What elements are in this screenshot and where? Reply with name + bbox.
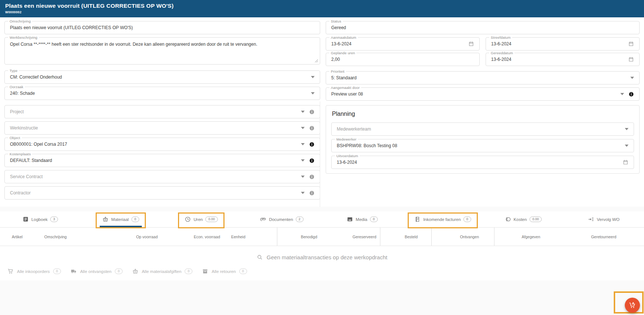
- object-field[interactable]: Object OB000001: Opel Corsa 2017: [4, 138, 320, 151]
- button-label: Alle materiaalafgiften: [142, 269, 181, 274]
- werkinstructie-field[interactable]: Werkinstructie: [4, 121, 320, 135]
- button-label: Alle inkooporders: [17, 269, 50, 274]
- tab-badge: 3: [50, 217, 58, 222]
- tab-logboek[interactable]: Logboek 3: [0, 211, 80, 227]
- medewerkerteam-field[interactable]: Medewerkerteam: [331, 122, 634, 136]
- info-icon[interactable]: [309, 142, 315, 147]
- tab-uren[interactable]: Uren 0.00: [161, 211, 242, 227]
- project-field[interactable]: Project: [4, 105, 320, 118]
- work-order-number: W0000002: [5, 10, 638, 14]
- field-label: Gereeddatum: [489, 51, 514, 55]
- geplande-uren-field[interactable]: Geplande uren 2,00: [326, 53, 480, 66]
- tab-badge: 0: [131, 217, 139, 222]
- app-header: Plaats een nieuwe voorruit (UITLEG CORRE…: [0, 0, 644, 17]
- calendar-icon[interactable]: [628, 41, 634, 47]
- chevron-down-icon: [301, 111, 305, 113]
- follow-up-icon: [588, 216, 594, 222]
- clock-icon: [185, 216, 191, 222]
- info-icon[interactable]: [309, 190, 315, 196]
- chevron-down-icon: [620, 93, 624, 95]
- date-row-1: Aanmaakdatum 13-6-2024 Streefdatum 13-6-…: [326, 37, 640, 51]
- omschrijving-field[interactable]: Omschrijving Plaats een nieuwe voorruit …: [4, 21, 320, 34]
- invoice-icon: [414, 216, 421, 222]
- resize-handle-icon[interactable]: [315, 59, 318, 63]
- column-header: Besteld: [380, 228, 431, 246]
- column-header: Geretourneerd: [547, 228, 644, 246]
- tab-materiaal[interactable]: Materiaal 0: [80, 211, 161, 227]
- calendar-icon[interactable]: [628, 56, 634, 62]
- field-value: CM: Correctief Onderhoud: [10, 75, 308, 80]
- field-placeholder: Medewerkerteam: [337, 127, 622, 132]
- tab-kosten[interactable]: Kosten 0.00: [483, 211, 564, 227]
- tab-documenten[interactable]: Documenten 2: [242, 211, 322, 227]
- tab-media[interactable]: Media 0: [322, 211, 402, 227]
- tab-label: Kosten: [514, 217, 527, 222]
- material-table-header: Artikel Omschrijving Op voorraad Econ. v…: [0, 228, 644, 246]
- truck-icon: [71, 268, 77, 274]
- chevron-down-icon: [301, 127, 305, 129]
- calendar-icon[interactable]: [468, 41, 474, 47]
- chevron-down-icon: [625, 128, 628, 130]
- tab-bar: Logboek 3 Materiaal 0 Uren 0.00: [0, 211, 644, 228]
- werkbeschrijving-field[interactable]: Werkbeschrijving Opel Corsa **-****-** h…: [4, 37, 320, 65]
- tab-label: Media: [356, 217, 367, 222]
- service-contract-field[interactable]: Service Contract: [4, 170, 320, 183]
- button-badge: 0: [239, 269, 247, 274]
- tab-label: Documenten: [269, 217, 293, 222]
- info-icon[interactable]: [309, 174, 315, 180]
- calendar-icon[interactable]: [623, 159, 628, 165]
- tab-label: Logboek: [31, 217, 48, 222]
- contractor-field[interactable]: Contractor: [4, 186, 320, 200]
- field-label: Werkbeschrijving: [8, 35, 39, 39]
- aangemaakt-door-field[interactable]: Aangemaakt door Preview user 08: [326, 87, 640, 101]
- date-row-2: Geplande uren 2,00 Gereeddatum 13-6-2024: [326, 53, 640, 66]
- work-order-form: Omschrijving Plaats een nieuwe voorruit …: [0, 17, 644, 207]
- cart-icon: [7, 268, 14, 274]
- field-placeholder: Service Contract: [10, 174, 298, 179]
- tab-vervolg-wo[interactable]: Vervolg WO: [564, 211, 644, 227]
- tab-badge: 0.00: [205, 217, 218, 222]
- column-header: Afgegeven: [494, 228, 547, 246]
- field-label: Aangemaakt door: [329, 86, 361, 90]
- column-header: Eenheid: [226, 228, 277, 246]
- info-icon[interactable]: [309, 158, 315, 163]
- gereeddatum-field[interactable]: Gereeddatum 13-6-2024: [486, 53, 640, 66]
- add-shopping-cart-icon: [629, 302, 636, 309]
- field-label: Kostenplaats: [8, 152, 32, 156]
- info-icon[interactable]: [628, 91, 634, 97]
- oorzaak-field[interactable]: Oorzaak 240: Schade: [4, 87, 320, 100]
- type-field[interactable]: Type CM: Correctief Onderhoud: [4, 70, 320, 84]
- all-purchase-orders-button[interactable]: Alle inkooporders 0: [7, 268, 61, 274]
- field-label: Uitvoerdatum: [335, 154, 360, 158]
- streefdatum-field[interactable]: Streefdatum 13-6-2024: [486, 37, 640, 51]
- empty-state: Geen materiaaltransacties op deze werkop…: [0, 254, 644, 260]
- all-material-issues-button[interactable]: Alle materiaalafgiften 0: [132, 268, 192, 274]
- all-receipts-button[interactable]: Alle ontvangsten 0: [71, 268, 123, 274]
- uitvoerdatum-field[interactable]: Uitvoerdatum 13-6-2024: [331, 156, 634, 169]
- kostenplaats-field[interactable]: Kostenplaats DEFAULT: Standaard: [4, 154, 320, 167]
- info-icon[interactable]: [309, 125, 315, 131]
- medewerker-field[interactable]: Medewerker BSHPRW08: Bosch Testing 08: [331, 139, 634, 152]
- info-icon[interactable]: [309, 109, 315, 115]
- field-placeholder: Contractor: [10, 190, 298, 195]
- page-title: Plaats een nieuwe voorruit (UITLEG CORRE…: [5, 3, 638, 9]
- field-label: Aanmaakdatum: [329, 35, 358, 39]
- tab-inkomende-facturen[interactable]: Inkomende facturen 0: [402, 211, 483, 227]
- status-field[interactable]: Status Gereed: [326, 21, 640, 34]
- all-returns-button[interactable]: Alle retouren 0: [202, 268, 247, 274]
- field-placeholder: Werkinstructie: [10, 125, 298, 131]
- form-column-right: Status Gereed Aanmaakdatum 13-6-2024 Str…: [326, 21, 640, 174]
- chevron-down-icon: [625, 145, 628, 147]
- prioriteit-field[interactable]: Prioriteit 5: Standaard: [326, 71, 640, 84]
- chevron-down-icon: [301, 143, 305, 145]
- add-material-fab[interactable]: [625, 298, 640, 313]
- column-scroll-edge: [320, 101, 320, 207]
- field-value: DEFAULT: Standaard: [10, 158, 298, 163]
- column-header: Artikel: [0, 228, 44, 246]
- chevron-down-icon: [311, 92, 315, 94]
- field-value: Preview user 08: [331, 91, 617, 97]
- paperclip-icon: [260, 216, 266, 222]
- basket-icon: [102, 216, 109, 222]
- column-header: Econ. voorraad: [164, 228, 226, 246]
- aanmaakdatum-field[interactable]: Aanmaakdatum 13-6-2024: [326, 37, 480, 51]
